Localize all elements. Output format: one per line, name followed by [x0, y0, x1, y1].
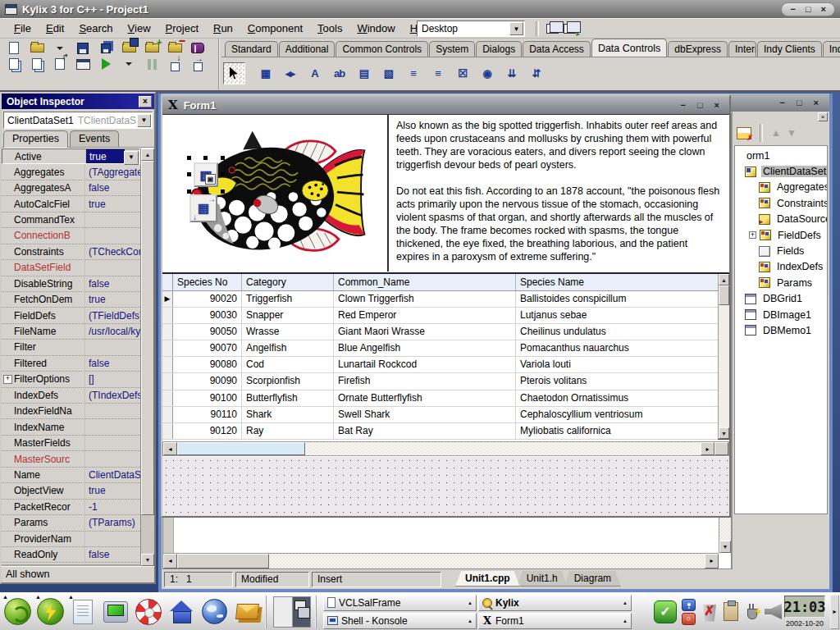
- Aggregates[interactable]: Aggregates (TAggregates): [2, 164, 140, 180]
- palette-tab[interactable]: Indy Clients: [757, 41, 822, 57]
- scroll-down-icon[interactable]: ▼: [141, 554, 154, 566]
- tree-item[interactable]: + Params: [735, 275, 827, 290]
- tree-item[interactable]: + DBImage1: [735, 307, 827, 322]
- grid-scroll-thumb[interactable]: [719, 285, 729, 305]
- set-debug-desktop-icon[interactable]: [564, 24, 576, 34]
- clientdataset-component[interactable]: ▦▣: [187, 156, 225, 194]
- AggregatesA[interactable]: AggregatesA false: [2, 180, 140, 196]
- dblistbox-icon[interactable]: ≡: [402, 62, 424, 84]
- column-header[interactable]: Category: [242, 274, 334, 290]
- ProviderNam[interactable]: ProviderNam: [2, 532, 140, 547]
- panel-hide-icon[interactable]: ▸: [830, 595, 839, 629]
- dbimage-icon[interactable]: ▧: [377, 62, 399, 84]
- grid-scroll-right-icon[interactable]: ▸: [701, 442, 714, 455]
- new-form-button[interactable]: [72, 54, 94, 74]
- main-titlebar[interactable]: Kylix 3 for C++ - Project1 − □ ×: [0, 0, 840, 18]
- view-units-button[interactable]: [3, 54, 25, 74]
- dbradiogroup-icon[interactable]: ◉: [476, 62, 498, 84]
- tree-item[interactable]: + DBGrid1: [735, 291, 827, 307]
- editor-scroll-right-icon[interactable]: ▸: [705, 554, 719, 568]
- close-icon[interactable]: ×: [821, 5, 826, 14]
- terminal-button[interactable]: [99, 596, 132, 628]
- power-plug-icon[interactable]: [743, 602, 760, 622]
- form-maximize-icon[interactable]: □: [695, 100, 705, 110]
- dbgrid-icon[interactable]: ▦: [254, 62, 276, 84]
- lock-screen-icon[interactable]: [682, 599, 696, 611]
- panel-clock[interactable]: 21:03 2002-10-20: [783, 596, 826, 628]
- documents-button[interactable]: [66, 596, 99, 628]
- Filtered[interactable]: Filtered false: [2, 356, 140, 372]
- palette-tab[interactable]: System: [429, 41, 475, 57]
- FileName[interactable]: FileName /usr/local/kyli: [2, 324, 140, 340]
- palette-tab[interactable]: dbExpress: [668, 41, 728, 57]
- inspector-tab[interactable]: Properties: [3, 130, 68, 148]
- column-header[interactable]: Species Name: [516, 274, 718, 290]
- logout-icon[interactable]: ○: [682, 613, 696, 625]
- quicklaunch-button[interactable]: [34, 596, 66, 628]
- DisableString[interactable]: DisableString false: [2, 276, 140, 292]
- object-inspector-titlebar[interactable]: Object Inspector ×: [2, 94, 154, 109]
- dbcombobox-icon[interactable]: ≡: [427, 62, 449, 84]
- ObjectView[interactable]: ObjectView true: [2, 483, 140, 499]
- grid-vertical-scrollbar[interactable]: ▲ ▼: [718, 274, 729, 439]
- grid-row[interactable]: 90120 Ray Bat Ray Myliobatis californica: [162, 423, 718, 440]
- AutoCalcFiel[interactable]: AutoCalcFiel true: [2, 196, 140, 212]
- grid-hscroll-thumb[interactable]: [177, 442, 305, 455]
- suse-menu-button[interactable]: [1, 596, 34, 628]
- home-button[interactable]: [165, 596, 198, 628]
- treeview-close-icon[interactable]: ×: [818, 112, 828, 121]
- view-forms-button[interactable]: [26, 54, 48, 74]
- help-center-button[interactable]: [132, 596, 165, 628]
- MasterFields[interactable]: MasterFields: [2, 436, 140, 451]
- scroll-up-icon[interactable]: ▲: [141, 148, 154, 161]
- desktop-layout-combo[interactable]: Desktop ▼: [417, 21, 525, 37]
- palette-tab[interactable]: Data Controls: [591, 39, 667, 57]
- object-inspector-close-icon[interactable]: ×: [139, 96, 152, 107]
- palette-tab[interactable]: Data Access: [523, 41, 591, 57]
- browser-button[interactable]: [198, 596, 231, 628]
- form-designer-grid[interactable]: [162, 457, 729, 516]
- task-button[interactable]: Form1 ▲: [478, 613, 632, 629]
- editor-maximize-icon[interactable]: □: [794, 98, 805, 107]
- dbedit-icon[interactable]: ab: [328, 62, 350, 84]
- column-header[interactable]: Common_Name: [334, 274, 516, 290]
- run-button[interactable]: [95, 54, 116, 74]
- dbnavigator-icon[interactable]: ◂▸: [279, 62, 301, 84]
- editor-horizontal-scrollbar[interactable]: ◂ ▸: [163, 553, 719, 568]
- new-item-icon[interactable]: [737, 127, 751, 139]
- palette-tab[interactable]: Standard: [225, 41, 278, 57]
- tree-item[interactable]: + Aggregates: [735, 180, 827, 195]
- run-dropdown-button[interactable]: [118, 54, 139, 74]
- dbtext-icon[interactable]: A: [304, 62, 326, 84]
- dblookupcombobox-icon[interactable]: ⇵: [525, 62, 547, 84]
- grid-row[interactable]: 90030 Snapper Red Emperor Lutjanus sebae: [162, 308, 718, 324]
- task-button[interactable]: Shell - Konsole ▲: [323, 613, 477, 629]
- IndexFieldNa[interactable]: IndexFieldNa: [2, 404, 140, 419]
- task-button[interactable]: Kylix ▲: [478, 595, 632, 611]
- tree-item[interactable]: + Fields: [735, 243, 827, 258]
- tree-expand-icon[interactable]: +: [749, 231, 756, 239]
- CommandTex[interactable]: CommandTex: [2, 212, 140, 228]
- editor-minimize-icon[interactable]: −: [777, 98, 787, 107]
- Constraints[interactable]: Constraints (TCheckConst: [2, 244, 140, 260]
- MasterSourc[interactable]: MasterSourc: [2, 451, 140, 467]
- grid-row[interactable]: 90070 Angelfish Blue Angelfish Pomacanth…: [162, 340, 718, 357]
- Active[interactable]: Active true: [2, 148, 140, 164]
- desktop-pager[interactable]: [273, 596, 311, 628]
- palette-tab[interactable]: Common Controls: [336, 41, 428, 57]
- grid-row[interactable]: 90110 Shark Swell Shark Cephaloscyllium …: [162, 407, 718, 423]
- tree-item[interactable]: + orm1: [735, 148, 827, 163]
- palette-tab[interactable]: Additional: [279, 41, 336, 57]
- menu-item[interactable]: Project: [158, 20, 206, 37]
- tree-item[interactable]: + FieldDefs: [735, 227, 827, 243]
- DataSetField[interactable]: DataSetField: [2, 260, 140, 276]
- file-tab[interactable]: Unit1.cpp: [455, 571, 520, 587]
- object-selector-combo[interactable]: ClientDataSet1 TClientDataS ▼: [3, 112, 153, 129]
- step-over-button[interactable]: [187, 54, 208, 74]
- maximize-icon[interactable]: □: [806, 5, 811, 14]
- mail-button[interactable]: [231, 596, 263, 628]
- FetchOnDem[interactable]: FetchOnDem true: [2, 292, 140, 308]
- editor-scroll-left-icon[interactable]: ◂: [163, 554, 177, 568]
- trash-icon[interactable]: [701, 601, 719, 623]
- object-combo-dropdown-icon[interactable]: ▼: [137, 114, 151, 127]
